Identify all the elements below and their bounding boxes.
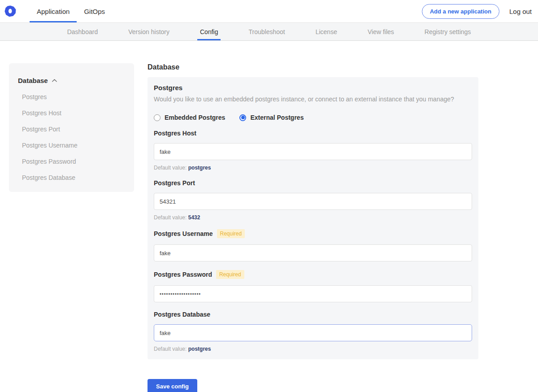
tab-gitops-label: GitOps: [84, 8, 105, 15]
sidebar-group-database[interactable]: Database: [18, 77, 125, 84]
radio-external-label: External Postgres: [250, 114, 304, 121]
sidebar-items: Postgres Postgres Host Postgres Port Pos…: [18, 93, 125, 181]
subnav-item-troubleshoot[interactable]: Troubleshoot: [246, 23, 287, 40]
chevron-up-icon: [52, 78, 57, 83]
radio-embedded-label: Embedded Postgres: [165, 114, 225, 121]
postgres-username-input[interactable]: [154, 244, 472, 261]
subnav-item-view-files[interactable]: View files: [365, 23, 397, 40]
sidebar-item-postgres-username[interactable]: Postgres Username: [22, 142, 125, 149]
sidebar-item-postgres-database[interactable]: Postgres Database: [22, 174, 125, 181]
sidebar-item-postgres-host[interactable]: Postgres Host: [22, 109, 125, 117]
default-value: postgres: [188, 165, 211, 171]
required-badge: Required: [217, 229, 245, 238]
tab-application[interactable]: Application: [30, 0, 77, 22]
field-label: Postgres Password: [154, 271, 212, 278]
field-default-help: Default value: postgres: [154, 346, 472, 352]
postgres-port-input[interactable]: [154, 193, 472, 210]
subnav-item-registry-settings[interactable]: Registry settings: [422, 23, 473, 40]
field-postgres-password: Postgres Password Required: [154, 270, 472, 302]
page-title: Database: [148, 63, 478, 71]
subnav-item-dashboard[interactable]: Dashboard: [65, 23, 101, 40]
field-postgres-port: Postgres Port Default value: 5432: [154, 179, 472, 221]
postgres-database-input[interactable]: [154, 324, 472, 341]
subnav-item-config[interactable]: Config: [197, 23, 221, 40]
default-value: 5432: [188, 214, 200, 221]
field-label: Postgres Username: [154, 230, 213, 237]
postgres-host-input[interactable]: [154, 143, 472, 160]
radio-checked-icon[interactable]: [239, 114, 246, 121]
default-label: Default value:: [154, 165, 187, 171]
postgres-password-input[interactable]: [154, 285, 472, 302]
config-group-panel: Postgres Would you like to use an embedd…: [148, 77, 478, 359]
radio-external-postgres[interactable]: External Postgres: [239, 114, 304, 121]
kots-logo-icon: [4, 5, 16, 17]
field-postgres-username: Postgres Username Required: [154, 229, 472, 261]
radio-embedded-postgres[interactable]: Embedded Postgres: [154, 114, 225, 121]
group-heading: Postgres: [154, 84, 472, 91]
add-application-button[interactable]: Add a new application: [422, 4, 499, 19]
save-config-button[interactable]: Save config: [148, 379, 197, 392]
default-label: Default value:: [154, 346, 187, 352]
logout-link[interactable]: Log out: [509, 8, 532, 15]
top-header: Application GitOps Add a new application…: [0, 0, 538, 22]
field-default-help: Default value: postgres: [154, 165, 472, 171]
group-description: Would you like to use an embedded postgr…: [154, 96, 472, 103]
sidebar-item-postgres-port[interactable]: Postgres Port: [22, 126, 125, 133]
config-page: Database Postgres Postgres Host Postgres…: [0, 41, 538, 392]
postgres-type-radio-group: Embedded Postgres External Postgres: [154, 114, 472, 121]
field-label: Postgres Port: [154, 179, 195, 187]
sidebar-item-postgres[interactable]: Postgres: [22, 93, 125, 100]
config-main: Database Postgres Would you like to use …: [148, 63, 478, 392]
radio-unchecked-icon[interactable]: [154, 114, 161, 121]
sidebar-group-label: Database: [18, 77, 48, 84]
top-tabs: Application GitOps: [30, 0, 112, 22]
tab-gitops[interactable]: GitOps: [77, 0, 112, 22]
config-sidebar: Database Postgres Postgres Host Postgres…: [9, 63, 134, 192]
header-right: Add a new application Log out: [422, 0, 538, 22]
app-subnav: Dashboard Version history Config Trouble…: [0, 22, 538, 41]
app-logo[interactable]: [4, 0, 16, 22]
field-postgres-host: Postgres Host Default value: postgres: [154, 130, 472, 171]
field-label: Postgres Host: [154, 130, 196, 137]
field-default-help: Default value: 5432: [154, 214, 472, 221]
subnav-item-license[interactable]: License: [313, 23, 340, 40]
tab-application-label: Application: [37, 8, 69, 15]
field-label: Postgres Database: [154, 311, 210, 318]
field-postgres-database: Postgres Database Default value: postgre…: [154, 311, 472, 352]
default-label: Default value:: [154, 214, 187, 221]
default-value: postgres: [188, 346, 211, 352]
required-badge: Required: [216, 270, 244, 279]
subnav-item-version-history[interactable]: Version history: [126, 23, 172, 40]
sidebar-item-postgres-password[interactable]: Postgres Password: [22, 158, 125, 165]
